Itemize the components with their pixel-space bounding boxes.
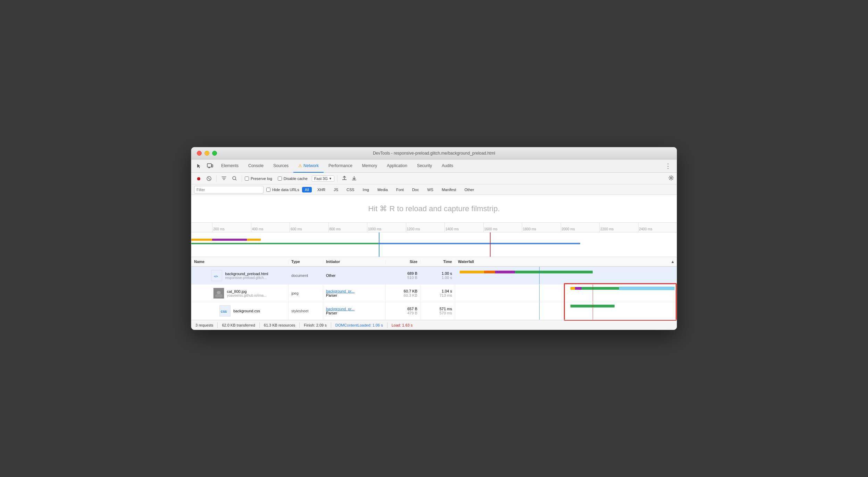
- hide-data-urls-checkbox[interactable]: [266, 188, 270, 192]
- filter-button[interactable]: [219, 174, 228, 183]
- cursor-icon[interactable]: [194, 161, 204, 171]
- cell-initiator-1: Other: [323, 267, 386, 284]
- filter-js-button[interactable]: JS: [331, 187, 341, 192]
- settings-button[interactable]: [668, 175, 674, 182]
- cell-time-1: 1.00 s 1.00 s: [420, 267, 455, 284]
- svg-point-12: [670, 177, 672, 179]
- timeline-area: 200 ms 400 ms 600 ms 800 ms 1000 ms 1200…: [191, 223, 677, 257]
- filter-css-button[interactable]: CSS: [344, 187, 357, 192]
- minimize-button[interactable]: [205, 151, 209, 156]
- wf-lightblue-2: [619, 287, 675, 290]
- filter-other-button[interactable]: Other: [462, 187, 477, 192]
- network-table: Name Type Initiator Size Time Waterfall …: [191, 257, 677, 320]
- ruler-mark-400: 400 ms: [251, 223, 290, 232]
- tab-performance[interactable]: Performance: [324, 159, 357, 173]
- tab-network[interactable]: ⚠ Network: [293, 159, 324, 173]
- ruler-mark-1800: 1800 ms: [522, 223, 561, 232]
- table-row[interactable]: </> background_preload.html responsive-p…: [191, 267, 677, 285]
- close-button[interactable]: [197, 151, 202, 156]
- table-row[interactable]: CSS background.css stylesheet background…: [191, 302, 677, 320]
- record-button[interactable]: ⏺: [194, 174, 203, 183]
- separator3: [337, 175, 337, 182]
- more-tabs-button[interactable]: ⋮: [662, 162, 674, 170]
- tab-audits[interactable]: Audits: [437, 159, 458, 173]
- ruler-mark-2400: 2400 ms: [638, 223, 677, 232]
- timeline-bars: [191, 232, 677, 257]
- cell-waterfall-3: [455, 302, 677, 320]
- filter-ws-button[interactable]: WS: [424, 187, 436, 192]
- table-row[interactable]: cat_800.jpg yoavweiss.github.io/ima... j…: [191, 285, 677, 302]
- hide-data-urls-label[interactable]: Hide data URLs: [266, 188, 299, 192]
- svg-point-16: [217, 291, 220, 294]
- header-name: Name: [191, 260, 289, 264]
- tab-application[interactable]: Application: [382, 159, 412, 173]
- finish-time: Finish: 2.09 s: [304, 323, 326, 327]
- ruler-mark-1200: 1200 ms: [406, 223, 445, 232]
- cell-time-2: 1.04 s 713 ms: [420, 285, 455, 302]
- filter-xhr-button[interactable]: XHR: [315, 187, 328, 192]
- ruler-mark-800: 800 ms: [328, 223, 367, 232]
- devtools-window: DevTools - responsive-preload.glitch.me/…: [191, 147, 677, 330]
- disable-cache-label[interactable]: Disable cache: [278, 176, 308, 181]
- throttle-select[interactable]: Fast 3G ▼: [312, 175, 334, 182]
- wf-purple: [495, 271, 517, 273]
- resources-size: 61.3 KB resources: [264, 323, 295, 327]
- svg-text:CSS: CSS: [221, 310, 227, 313]
- tl-bar-green: [191, 243, 379, 244]
- preserve-log-checkbox[interactable]: [245, 176, 249, 181]
- svg-text:</>: </>: [214, 275, 218, 278]
- filter-manifest-button[interactable]: Manifest: [439, 187, 459, 192]
- wf-dom-line-2: [539, 285, 540, 302]
- cell-name-3: CSS background.css: [191, 302, 289, 320]
- filter-font-button[interactable]: Font: [393, 187, 407, 192]
- cell-size-1: 689 B 510 B: [386, 267, 420, 284]
- cell-name-2: cat_800.jpg yoavweiss.github.io/ima...: [191, 285, 289, 302]
- file-icon-html: </>: [211, 270, 222, 281]
- sort-arrow: ▲: [671, 260, 677, 264]
- tab-security[interactable]: Security: [412, 159, 437, 173]
- tabs-row: Elements Console Sources ⚠ Network Perfo…: [191, 159, 677, 173]
- status-bar: 3 requests 62.0 KB transferred 61.3 KB r…: [191, 320, 677, 330]
- header-size: Size: [386, 260, 420, 264]
- cell-size-3: 657 B 479 B: [386, 302, 420, 320]
- device-icon[interactable]: [205, 161, 215, 171]
- header-initiator: Initiator: [323, 260, 386, 264]
- wf-yellow: [460, 271, 486, 273]
- filter-media-button[interactable]: Media: [375, 187, 391, 192]
- tab-memory[interactable]: Memory: [357, 159, 382, 173]
- filmstrip-hint: Hit ⌘ R to reload and capture filmstrip.: [191, 195, 677, 223]
- ruler-mark-1400: 1400 ms: [444, 223, 483, 232]
- ruler-mark-2200: 2200 ms: [599, 223, 638, 232]
- filter-input[interactable]: [194, 186, 264, 194]
- search-button[interactable]: [230, 174, 239, 183]
- maximize-button[interactable]: [212, 151, 217, 156]
- download-button[interactable]: [350, 174, 358, 183]
- toolbar-row: ⏺ Preserve log Disable cache: [191, 173, 677, 184]
- chevron-down-icon: ▼: [329, 177, 332, 180]
- status-sep-2: [259, 322, 260, 328]
- status-sep-3: [299, 322, 300, 328]
- status-sep-4: [331, 322, 331, 328]
- preserve-log-label[interactable]: Preserve log: [245, 176, 272, 181]
- svg-line-5: [208, 178, 210, 180]
- filter-img-button[interactable]: Img: [360, 187, 372, 192]
- cell-initiator-3: background_pr... Parser: [323, 302, 386, 320]
- filter-doc-button[interactable]: Doc: [409, 187, 422, 192]
- tab-sources[interactable]: Sources: [268, 159, 293, 173]
- clear-button[interactable]: [205, 174, 214, 183]
- wf-green: [515, 271, 592, 273]
- wf-load-line-3: [593, 302, 593, 320]
- tab-console[interactable]: Console: [243, 159, 268, 173]
- tab-elements[interactable]: Elements: [216, 159, 243, 173]
- window-title: DevTools - responsive-preload.glitch.me/…: [373, 151, 495, 156]
- file-icon-jpg: [213, 288, 224, 299]
- header-type: Type: [289, 260, 323, 264]
- cell-time-3: 571 ms 570 ms: [420, 302, 455, 320]
- disable-cache-checkbox[interactable]: [278, 176, 282, 181]
- filter-all-button[interactable]: All: [302, 187, 312, 192]
- cell-initiator-2: background_pr... Parser: [323, 285, 386, 302]
- cell-name-1: </> background_preload.html responsive-p…: [191, 267, 289, 284]
- separator: [216, 175, 217, 182]
- ruler-mark-600: 600 ms: [290, 223, 328, 232]
- upload-button[interactable]: [340, 174, 349, 183]
